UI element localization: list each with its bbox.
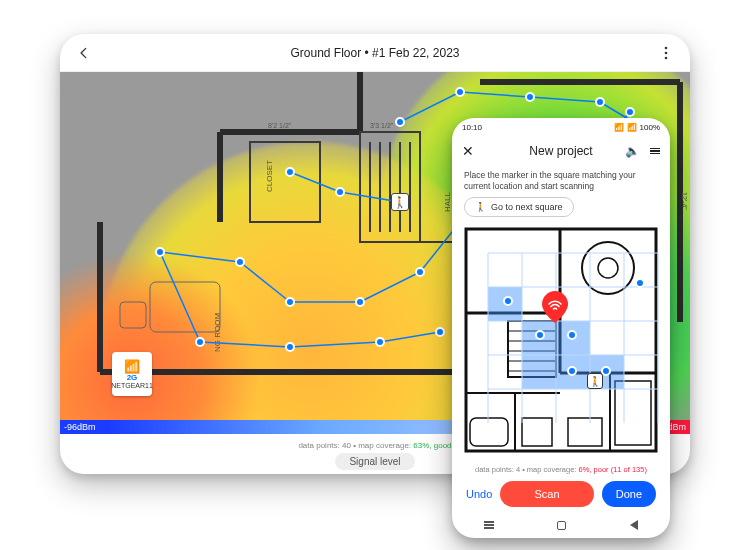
measurement-node[interactable] — [567, 366, 577, 376]
measurement-node[interactable] — [285, 167, 295, 177]
more-icon[interactable] — [656, 43, 676, 63]
scale-min-label: -96dBm — [60, 420, 108, 434]
svg-line-33 — [400, 92, 460, 122]
svg-point-1 — [665, 51, 668, 54]
svg-line-25 — [160, 252, 240, 262]
go-to-next-square-button[interactable]: 🚶 Go to next square — [464, 197, 574, 217]
person-marker-icon[interactable]: 🚶 — [587, 373, 603, 389]
list-icon[interactable] — [650, 148, 660, 155]
measurement-node[interactable] — [335, 187, 345, 197]
status-time: 10:10 — [462, 123, 482, 132]
measurement-node[interactable] — [635, 278, 645, 288]
go-to-next-label: Go to next square — [491, 202, 563, 212]
measurement-node[interactable] — [525, 92, 535, 102]
svg-point-0 — [665, 46, 668, 49]
svg-rect-64 — [522, 355, 556, 389]
back-nav-icon[interactable] — [630, 520, 638, 530]
measurement-node[interactable] — [155, 247, 165, 257]
back-icon[interactable] — [74, 43, 94, 63]
measurement-node[interactable] — [595, 97, 605, 107]
battery-label: 100% — [640, 123, 660, 132]
measurement-node[interactable] — [455, 87, 465, 97]
phone-title: New project — [529, 144, 592, 158]
tablet-stats-value: 63%, good — [413, 441, 451, 450]
svg-line-28 — [360, 272, 420, 302]
signal-level-pill[interactable]: Signal level — [335, 453, 414, 470]
measurement-node[interactable] — [415, 267, 425, 277]
tablet-title: Ground Floor • #1 Feb 22, 2023 — [291, 46, 460, 60]
measurement-node[interactable] — [285, 297, 295, 307]
person-marker-icon[interactable]: 🚶 — [391, 193, 409, 211]
svg-line-40 — [380, 332, 440, 342]
undo-button[interactable]: Undo — [466, 488, 492, 500]
svg-line-26 — [240, 262, 290, 302]
measurement-node[interactable] — [567, 330, 577, 340]
phone-stats: data points: 4 • map coverage: 6%, poor … — [452, 461, 670, 476]
svg-line-38 — [200, 342, 290, 347]
status-right: 📶 📶 100% — [614, 123, 660, 132]
scan-button[interactable]: Scan — [500, 481, 593, 507]
router-name: NETGEAR11 — [111, 382, 153, 389]
svg-line-41 — [290, 172, 340, 192]
svg-point-2 — [665, 56, 668, 59]
phone-map-canvas[interactable]: 🚶 — [460, 223, 662, 461]
tablet-stats: data points: 40 • map coverage: 63%, goo… — [298, 441, 451, 450]
done-button[interactable]: Done — [602, 481, 656, 507]
android-nav-bar — [452, 512, 670, 538]
measurement-node[interactable] — [395, 117, 405, 127]
measurement-node[interactable] — [535, 330, 545, 340]
measurement-node[interactable] — [235, 257, 245, 267]
phone-actions: Undo Scan Done — [452, 476, 670, 512]
wifi-status-icon: 📶 — [614, 123, 624, 132]
status-bar: 10:10 📶 📶 100% — [452, 118, 670, 136]
wifi-icon: 📶 — [124, 360, 140, 373]
svg-line-39 — [290, 342, 380, 347]
phone-header: ✕ New project 🔈 — [452, 136, 670, 166]
svg-line-34 — [460, 92, 530, 97]
phone-stats-value: 6%, poor (11 of 135) — [579, 465, 647, 474]
home-icon[interactable] — [557, 521, 566, 530]
phone-device: 10:10 📶 📶 100% ✕ New project 🔈 Place the… — [452, 118, 670, 538]
close-icon[interactable]: ✕ — [462, 143, 474, 159]
measurement-node[interactable] — [285, 342, 295, 352]
phone-stats-prefix: data points: 4 • map coverage: — [475, 465, 576, 474]
speaker-icon[interactable]: 🔈 — [625, 144, 640, 158]
recent-apps-icon[interactable] — [484, 521, 494, 529]
tablet-header: Ground Floor • #1 Feb 22, 2023 — [60, 34, 690, 72]
svg-line-37 — [160, 252, 200, 342]
tablet-stats-prefix: data points: 40 • map coverage: — [298, 441, 411, 450]
signal-status-icon: 📶 — [627, 123, 637, 132]
instruction-text: Place the marker in the square matching … — [452, 166, 670, 197]
router-band: 2G — [127, 373, 138, 382]
measurement-node[interactable] — [435, 327, 445, 337]
wifi-pin-icon[interactable] — [542, 291, 568, 323]
measurement-node[interactable] — [503, 296, 513, 306]
measurement-node[interactable] — [195, 337, 205, 347]
walk-icon: 🚶 — [475, 202, 486, 212]
measurement-node[interactable] — [375, 337, 385, 347]
scan-grid — [460, 223, 662, 458]
router-badge[interactable]: 📶 2G NETGEAR11 — [112, 352, 152, 396]
measurement-node[interactable] — [355, 297, 365, 307]
measurement-node[interactable] — [625, 107, 635, 117]
svg-line-35 — [530, 97, 600, 102]
